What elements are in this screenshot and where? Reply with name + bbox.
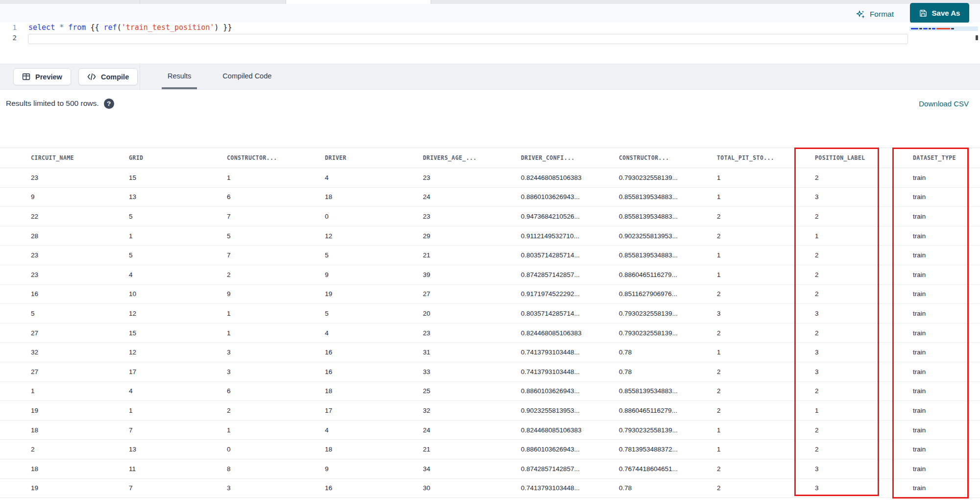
table-cell: 12 [98, 349, 196, 356]
code-token-plain [64, 23, 68, 32]
code-line-1[interactable]: select * from {{ ref('train_test_positio… [28, 23, 232, 33]
table-cell: train [882, 407, 980, 414]
table-cell: 0.7413793103448... [490, 368, 588, 375]
table-cell: 2 [784, 290, 882, 298]
table-cell: 5 [0, 310, 98, 317]
table-cell: 34 [392, 465, 490, 473]
table-cell: train [882, 251, 980, 259]
table-cell: 16 [294, 349, 392, 356]
table-cell: 2 [686, 290, 784, 298]
help-icon[interactable]: ? [104, 99, 114, 109]
table-cell: 0.8742857142857... [490, 465, 588, 473]
column-header: CONSTRUCTOR... [196, 154, 294, 161]
table-cell: 1 [196, 426, 294, 434]
table-cell: 1 [686, 349, 784, 356]
table-row: 23429390.8742857142857...0.8860465116279… [0, 265, 980, 285]
compile-button[interactable]: Compile [78, 68, 138, 85]
editor-scrollbar[interactable] [976, 35, 978, 40]
table-cell: train [882, 329, 980, 337]
table-cell: train [882, 310, 980, 317]
table-cell: 16 [294, 484, 392, 492]
tab-divider [140, 0, 140, 4]
code-icon [87, 73, 96, 80]
table-cell: 1 [98, 407, 196, 414]
table-row: 271514230.8244680851063830.7930232558139… [0, 324, 980, 343]
column-header: DRIVER_CONFI... [490, 154, 588, 161]
editor-minimap[interactable] [909, 25, 979, 57]
table-cell: 17 [294, 407, 392, 414]
table-cell: 0.8035714285714... [490, 251, 588, 259]
table-cell: 8 [196, 465, 294, 473]
save-as-button[interactable]: Save As [910, 3, 969, 23]
table-cell: train [882, 465, 980, 473]
table-cell: 20 [392, 310, 490, 317]
table-cell: 23 [392, 329, 490, 337]
table-row: 231514230.8244680851063830.7930232558139… [0, 168, 980, 188]
code-editor[interactable]: 1 2 select * from {{ ref('train_test_pos… [0, 23, 980, 64]
download-csv-link[interactable]: Download CSV [919, 100, 969, 108]
active-file-tab[interactable] [286, 0, 431, 4]
column-header: DRIVER [294, 154, 392, 161]
table-cell: 27 [0, 368, 98, 375]
table-cell: 2 [784, 174, 882, 181]
table-cell: 6 [196, 193, 294, 200]
code-token-plain: ) [214, 23, 219, 32]
table-cell: 2 [0, 446, 98, 453]
table-cell: 19 [0, 484, 98, 492]
tab-compiled-code[interactable]: Compiled Code [217, 64, 277, 89]
active-line-box[interactable] [28, 34, 908, 44]
table-cell: 0.8860465116279... [588, 271, 686, 278]
code-token-operator: * [59, 23, 64, 32]
table-cell: 3 [784, 310, 882, 317]
table-cell: 0.8035714285714... [490, 310, 588, 317]
code-token-function: ref [104, 23, 117, 32]
table-cell: 3 [784, 484, 882, 492]
tab-results[interactable]: Results [162, 64, 197, 89]
table-cell: 2 [784, 426, 882, 434]
table-cell: 18 [294, 387, 392, 395]
table-cell: 29 [392, 232, 490, 240]
column-header: CONSTRUCTOR... [588, 154, 686, 161]
format-button[interactable]: Format [856, 8, 894, 21]
table-cell: 28 [0, 232, 98, 240]
table-cell: 0 [294, 213, 392, 220]
table-cell: 6 [196, 387, 294, 395]
table-cell: 4 [294, 329, 392, 337]
table-cell: 4 [98, 271, 196, 278]
preview-button[interactable]: Preview [13, 68, 71, 85]
table-cell: 1 [686, 271, 784, 278]
table-cell: 1 [196, 310, 294, 317]
table-cell: 4 [98, 387, 196, 395]
table-cell: 0.78 [588, 368, 686, 375]
table-cell: 2 [686, 232, 784, 240]
table-cell: 25 [392, 387, 490, 395]
table-cell: 1 [686, 251, 784, 259]
table-cell: 24 [392, 193, 490, 200]
table-row: 1610919270.9171974522292...0.85116279069… [0, 285, 980, 304]
table-cell: 21 [392, 446, 490, 453]
table-cell: 5 [294, 310, 392, 317]
table-cell: 0.8742857142857... [490, 271, 588, 278]
table-cell: 9 [196, 290, 294, 298]
table-cell: 0.9023255813953... [588, 232, 686, 240]
table-cell: 27 [392, 290, 490, 298]
table-cell: 3 [196, 368, 294, 375]
table-icon [22, 73, 30, 81]
code-token-plain: ( [117, 23, 122, 32]
table-row: 23575210.8035714285714...0.8558139534883… [0, 246, 980, 265]
table-cell: 1 [686, 174, 784, 181]
table-cell: 0.824468085106383 [490, 426, 588, 434]
table-cell: 3 [784, 349, 882, 356]
table-cell: 1 [784, 232, 882, 240]
table-cell: 18 [294, 193, 392, 200]
table-cell: 2 [196, 407, 294, 414]
table-cell: 5 [98, 251, 196, 259]
table-cell: 0.8511627906976... [588, 290, 686, 298]
column-header: DATASET_TYPE [882, 154, 980, 161]
table-cell: 2 [784, 271, 882, 278]
table-cell: 0.8860103626943... [490, 193, 588, 200]
table-cell: 5 [98, 213, 196, 220]
table-cell: 3 [196, 484, 294, 492]
table-cell: 18 [0, 465, 98, 473]
table-cell: 15 [98, 174, 196, 181]
